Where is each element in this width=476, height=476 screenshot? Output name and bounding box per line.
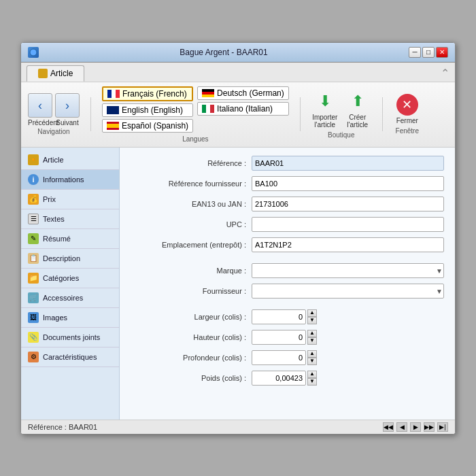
maximize-button[interactable]: □ <box>422 47 435 58</box>
poids-down-button[interactable]: ▼ <box>307 378 317 386</box>
largeur-down-button[interactable]: ▼ <box>307 317 317 324</box>
fermer-button[interactable]: ✕ Fermer <box>394 94 421 124</box>
sidebar-description-label: Description <box>43 254 80 262</box>
emplacement-label: Emplacement (entrepôt) : <box>131 241 246 249</box>
sidebar-item-prix[interactable]: 💰 Prix <box>21 190 119 209</box>
profondeur-spinner: ▲ ▼ <box>252 350 317 365</box>
sidebar-item-documents[interactable]: 📎 Documents joints <box>21 328 119 347</box>
nav-end-button[interactable]: ▶| <box>437 422 448 432</box>
close-icon: ✕ <box>396 94 418 116</box>
upc-row: UPC : <box>131 217 444 232</box>
sidebar-item-caracteristiques[interactable]: ⚙ Caractéristiques <box>21 347 119 367</box>
separator-1 <box>131 258 444 263</box>
info-icon: i <box>28 174 39 185</box>
reference-label: Référence : <box>131 159 246 167</box>
reference-input[interactable] <box>252 156 444 171</box>
profondeur-label: Profondeur (colis) : <box>131 354 246 362</box>
prix-icon: 💰 <box>28 194 39 205</box>
sidebar-item-textes[interactable]: ☰ Textes <box>21 209 119 229</box>
window-title: Bague Argent - BAAR01 <box>39 48 409 57</box>
title-bar: Bague Argent - BAAR01 ─ □ ✕ <box>21 43 455 63</box>
hauteur-up-button[interactable]: ▲ <box>307 330 317 337</box>
ref-fournisseur-label: Référence fournisseur : <box>131 180 246 188</box>
poids-spinner-btns: ▲ ▼ <box>307 371 317 386</box>
import-button[interactable]: ⬇ Importerl'article <box>311 90 339 129</box>
sidebar-caracteristiques-label: Caractéristiques <box>43 353 97 361</box>
fermer-label: Fermer <box>396 117 418 124</box>
largeur-spinner-btns: ▲ ▼ <box>307 309 317 324</box>
lang-fr-label: Français (French) <box>122 89 187 99</box>
sidebar-item-informations[interactable]: i Informations <box>21 170 119 190</box>
hauteur-spinner: ▲ ▼ <box>252 330 317 345</box>
lang-it-label: Italiano (Italian) <box>217 104 273 114</box>
minimize-button[interactable]: ─ <box>409 47 421 58</box>
prev-label: Précédent <box>28 119 52 126</box>
ean13-label: EAN13 ou JAN : <box>131 200 246 208</box>
nav-last-button[interactable]: ▶▶ <box>424 422 435 432</box>
import-label: Importerl'article <box>312 114 337 129</box>
lang-es-label: Español (Spanish) <box>122 121 188 131</box>
nav-labels: Précédent Suivant <box>28 119 80 126</box>
profondeur-up-button[interactable]: ▲ <box>307 350 317 358</box>
lang-it-button[interactable]: Italiano (Italian) <box>197 102 289 116</box>
marque-select[interactable] <box>252 263 444 278</box>
sidebar-item-article[interactable]: 🔸 Article <box>21 150 119 170</box>
largeur-up-button[interactable]: ▲ <box>307 309 317 317</box>
close-window-button[interactable]: ✕ <box>436 47 448 58</box>
nav-next-button[interactable]: ▶ <box>410 422 421 432</box>
prev-button[interactable]: ‹ <box>28 93 52 118</box>
poids-label: Poids (colis) : <box>131 374 246 382</box>
create-button[interactable]: ⬆ Créerl'article <box>344 90 371 129</box>
poids-up-button[interactable]: ▲ <box>307 371 317 378</box>
flag-fr <box>107 90 120 98</box>
sidebar-item-categories[interactable]: 📁 Catégories <box>21 269 119 288</box>
char-icon: ⚙ <box>28 352 39 362</box>
languages-label: Langues <box>182 135 208 143</box>
ref-fournisseur-input[interactable] <box>252 176 444 191</box>
sidebar-prix-label: Prix <box>43 195 56 203</box>
lang-en-button[interactable]: English (English) <box>102 103 193 117</box>
lang-de-button[interactable]: Deutsch (German) <box>197 86 289 100</box>
fournisseur-select[interactable] <box>252 284 444 299</box>
lang-fr-button[interactable]: Français (French) <box>102 86 193 101</box>
sidebar-item-images[interactable]: 🖼 Images <box>21 308 119 328</box>
sidebar-informations-label: Informations <box>43 175 84 184</box>
hauteur-input[interactable] <box>252 330 306 345</box>
profondeur-down-button[interactable]: ▼ <box>307 358 317 365</box>
largeur-input[interactable] <box>252 309 306 324</box>
title-bar-left <box>28 47 39 58</box>
sidebar-item-resume[interactable]: ✎ Résumé <box>21 229 119 249</box>
sidebar-accessoires-label: Accessoires <box>43 294 83 302</box>
nav-first-button[interactable]: ◀◀ <box>383 422 394 432</box>
form-area: Référence : Référence fournisseur : EAN1… <box>120 148 455 420</box>
poids-spinner: ▲ ▼ <box>252 371 317 386</box>
divider-3 <box>382 97 383 131</box>
create-label: Créerl'article <box>347 114 368 129</box>
upc-label: UPC : <box>131 220 246 228</box>
tab-article[interactable]: Article <box>27 65 84 82</box>
sidebar-resume-label: Résumé <box>43 235 71 243</box>
poids-input[interactable] <box>252 371 306 386</box>
tab-article-label: Article <box>50 69 73 78</box>
upc-input[interactable] <box>252 217 444 232</box>
nav-prev-button[interactable]: ◀ <box>396 422 407 432</box>
sidebar-item-accessoires[interactable]: 🛒 Accessoires <box>21 288 119 308</box>
sidebar-item-description[interactable]: 📋 Description <box>21 249 119 269</box>
collapse-button[interactable]: ⌃ <box>441 67 449 80</box>
boutique-actions: ⬇ Importerl'article ⬆ Créerl'article <box>311 90 371 129</box>
largeur-spinner: ▲ ▼ <box>252 309 317 324</box>
next-label: Suivant <box>55 119 80 126</box>
nav-bottom: ◀◀ ◀ ▶ ▶▶ ▶| <box>383 422 448 432</box>
fenetre-label: Fenêtre <box>396 127 419 135</box>
hauteur-down-button[interactable]: ▼ <box>307 337 317 345</box>
desc-icon: 📋 <box>28 253 39 264</box>
main-content: 🔸 Article i Informations 💰 Prix ☰ Textes… <box>21 148 455 420</box>
lang-es-button[interactable]: Español (Spanish) <box>102 119 193 133</box>
next-button[interactable]: › <box>55 93 80 118</box>
poids-row: Poids (colis) : ▲ ▼ <box>131 371 444 386</box>
img-icon: 🖼 <box>28 312 39 323</box>
profondeur-input[interactable] <box>252 350 306 365</box>
boutique-section: ⬇ Importerl'article ⬆ Créerl'article Bou… <box>311 90 371 139</box>
emplacement-input[interactable] <box>252 237 444 252</box>
ean13-input[interactable] <box>252 197 444 211</box>
